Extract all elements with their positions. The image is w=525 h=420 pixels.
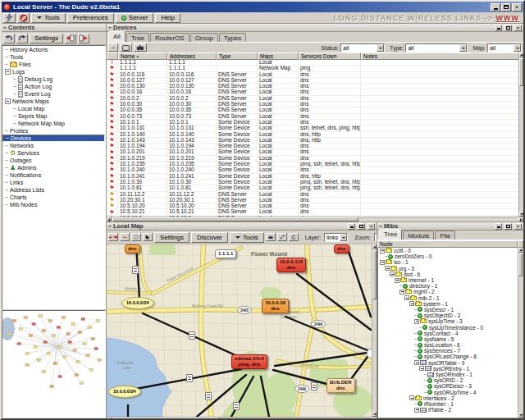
connect-icon[interactable] — [3, 13, 16, 23]
flag-column-header[interactable] — [107, 52, 118, 60]
sidebar-item-notifications[interactable]: Notifications — [2, 171, 105, 179]
maximize-button[interactable] — [501, 3, 511, 11]
collapse-icon[interactable] — [414, 408, 419, 413]
select-cursor-icon[interactable] — [143, 233, 153, 241]
column-header-type[interactable]: Type — [217, 52, 258, 60]
collapse-icon[interactable] — [404, 295, 409, 300]
filter-select-status[interactable]: all — [340, 43, 385, 52]
panel-menu-icon[interactable] — [108, 226, 112, 229]
add-node-icon[interactable]: + — [108, 233, 118, 241]
table-row[interactable]: ⚑10.1.0.24110.1.0.241Some DeviceLocaldns… — [107, 174, 518, 180]
mib-node-sysorlastchange[interactable]: sysORLastChange - 8 — [378, 354, 518, 359]
mib-node-sysorid[interactable]: sysORID - 2 — [378, 377, 518, 383]
sidebar-item-sepris-map[interactable]: Sepris Map — [2, 112, 105, 120]
mib-node-mib-2[interactable]: mib-2 - 1 — [378, 295, 518, 301]
sidebar-item-history-actions[interactable]: History Actions — [2, 46, 105, 53]
export-icon[interactable] — [78, 34, 89, 43]
sidebar-item-network-maps[interactable]: Network Maps — [2, 98, 105, 105]
sidebar-item-mib-nodes[interactable]: Mib Nodes — [2, 201, 105, 208]
mib-node-zerodotzero[interactable]: zeroDotZero - 0 — [378, 253, 518, 259]
mib-node-sysuptimeinstance[interactable]: sysUpTimeInstance - 0 — [378, 324, 518, 330]
mib-node-iftable[interactable]: ifTable - 2 — [378, 407, 518, 413]
mib-node-mgmt[interactable]: mgmt - 2 — [378, 289, 518, 294]
undo-icon[interactable] — [3, 34, 15, 43]
mib-node-sysuptime[interactable]: sysUpTime - 3 — [378, 318, 518, 324]
mib-node-system[interactable]: system - 1 — [378, 301, 518, 307]
mib-node-directory[interactable]: directory - 1 — [378, 283, 518, 289]
table-row[interactable]: ⚑10.0.0.1610.0.0.16DNS ServerLocaldns — [107, 89, 518, 95]
table-row[interactable]: ⚑10.0.0.3510.0.0.35DNS ServerLocaldns — [107, 107, 518, 113]
sidebar-item-event-log[interactable]: Event Log — [2, 90, 105, 98]
table-row[interactable]: ⚑10.1.0.14310.1.0.143Some DeviceLocaldns… — [107, 138, 518, 144]
table-row[interactable]: ⚑10.0.0.210.0.0.2DNS ServerLocaldns — [107, 96, 518, 102]
mib-node-sysservices[interactable]: sysServices - 7 — [378, 348, 518, 354]
sidebar-item-devices[interactable]: Devices — [2, 135, 105, 142]
server-button[interactable]: Server — [116, 13, 154, 23]
device-node[interactable]: 1.1.1.1 — [215, 249, 236, 258]
node-column-header[interactable]: Node — [377, 240, 518, 248]
table-row[interactable]: ⚑10.5.10.2010.5.10.20DNS ServerLocaldns — [107, 203, 518, 209]
device-node[interactable]: dns — [334, 244, 349, 253]
panel-minimize-button[interactable] — [348, 223, 355, 230]
table-row[interactable]: ⚑10.5.10.2110.5.10.21DNS ServerLocaldns — [107, 209, 518, 215]
table-row[interactable]: ⚑10.1.0.8110.1.0.81Some DeviceLocalping,… — [107, 185, 518, 191]
mib-node-ifnumber[interactable]: ifNumber - 1 — [378, 401, 518, 407]
chevron-down-icon[interactable] — [377, 44, 384, 52]
remove-icon[interactable]: − — [108, 43, 118, 52]
scrollbar-thumb[interactable] — [518, 253, 523, 276]
column-header-notes[interactable]: Notes — [361, 52, 518, 60]
mib-node-iso[interactable]: iso - 1 — [378, 259, 518, 265]
panel-menu-icon[interactable] — [379, 226, 382, 229]
panel-close-button[interactable]: × — [514, 223, 522, 230]
collapse-icon[interactable] — [380, 260, 385, 265]
mib-node-dod[interactable]: dod - 6 — [378, 272, 518, 277]
column-header-services-down[interactable]: Services Down — [299, 52, 361, 60]
map-viewport[interactable]: 349524992499Flower MoundWichita TrMcKamy… — [107, 244, 377, 417]
tab-module[interactable]: Module — [403, 231, 434, 240]
table-row[interactable]: ⚑10.1.0.21910.1.0.219Some DeviceLocaldns — [107, 156, 518, 162]
chevron-down-icon[interactable] — [459, 44, 467, 52]
mib-node-sysname[interactable]: sysName - 5 — [378, 336, 518, 342]
close-button[interactable]: × — [512, 3, 522, 11]
table-row[interactable]: ⚑10.11.12.210.11.12.2DNS ServerLocaldns — [107, 192, 518, 198]
panel-maximize-button[interactable] — [358, 223, 365, 230]
lasso-icon[interactable] — [131, 233, 141, 241]
scrollbar-thumb[interactable] — [519, 58, 523, 86]
collapse-icon[interactable] — [390, 272, 395, 276]
mib-node-internet[interactable]: internet - 1 — [378, 277, 518, 283]
sidebar-item-address-lists[interactable]: Address Lists — [2, 186, 105, 194]
table-row[interactable]: ⚑10.0.0.12710.0.0.127DNS ServerLocaldns — [107, 78, 518, 84]
filter-select-map[interactable]: all — [487, 43, 522, 52]
table-row[interactable]: ⚑10.0.0.11610.0.0.116DNS ServerLocaldns — [107, 72, 518, 78]
mib-node-sysortable[interactable]: sysORTable - 9 — [378, 360, 518, 366]
resize-diagonal-icon[interactable] — [277, 233, 287, 241]
panel-minimize-button[interactable] — [495, 25, 502, 31]
panel-maximize-button[interactable] — [504, 223, 512, 230]
table-row[interactable]: ⚑10.0.0.13010.0.0.130DNS ServerLocaldns — [107, 84, 518, 89]
collapse-icon[interactable] — [395, 278, 399, 283]
sidebar-item-action-log[interactable]: Action Log — [2, 83, 105, 90]
scroll-up-icon[interactable] — [372, 244, 377, 249]
layer-select[interactable]: links — [324, 233, 348, 242]
chevron-down-icon[interactable] — [340, 234, 347, 241]
column-header-maps[interactable]: Maps — [258, 52, 299, 60]
tab-routeros[interactable]: RouterOS — [150, 33, 189, 42]
scrollbar-thumb[interactable] — [372, 250, 377, 299]
table-row[interactable]: ⚑10.20.30.110.20.30.1DNS ServerLocaldns — [107, 198, 518, 203]
map-vscrollbar[interactable] — [372, 244, 377, 417]
mib-node-sysdescr[interactable]: sysDescr - 1 — [378, 307, 518, 313]
sidebar-item-charts[interactable]: Charts — [2, 194, 105, 201]
sidebar-item-tools[interactable]: Tools — [2, 53, 105, 61]
scrollbar-thumb[interactable] — [112, 217, 358, 221]
chevron-down-icon[interactable] — [514, 44, 521, 52]
device-node[interactable]: 10.0.0.116dns — [276, 258, 306, 272]
collapse-icon[interactable] — [5, 98, 11, 104]
network-cloud-node[interactable]: 10.0.0.0/24 — [108, 386, 141, 398]
collapse-icon[interactable] — [414, 319, 419, 324]
table-row[interactable]: ⚑10.1.0.14010.1.0.140Some DeviceLocaldns… — [107, 132, 518, 138]
tab-file[interactable]: File — [435, 231, 455, 240]
table-row[interactable]: ⚑10.1.0.19410.1.0.194Some DeviceLocaldns — [107, 144, 518, 149]
sidebar-item-debug-log[interactable]: Debug Log — [2, 75, 105, 83]
panel-close-button[interactable]: × — [368, 223, 375, 230]
mib-node-sysoruptime[interactable]: sysORUpTime - 4 — [378, 390, 518, 395]
